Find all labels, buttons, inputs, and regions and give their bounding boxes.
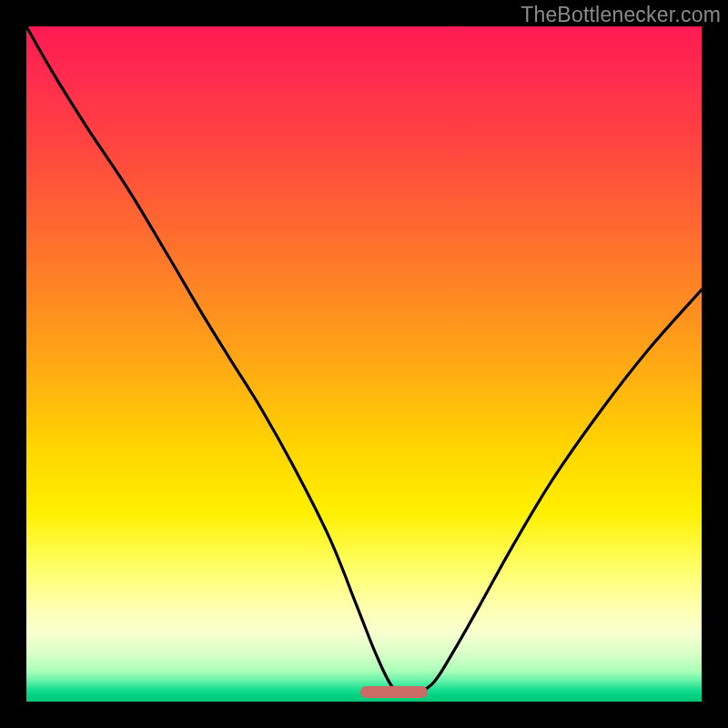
- chart-curve: [26, 26, 702, 702]
- watermark-text: TheBottlenecker.com: [521, 3, 721, 27]
- optimal-range-marker: [360, 686, 428, 698]
- bottleneck-curve-path: [26, 26, 702, 694]
- chart-frame: [26, 26, 702, 702]
